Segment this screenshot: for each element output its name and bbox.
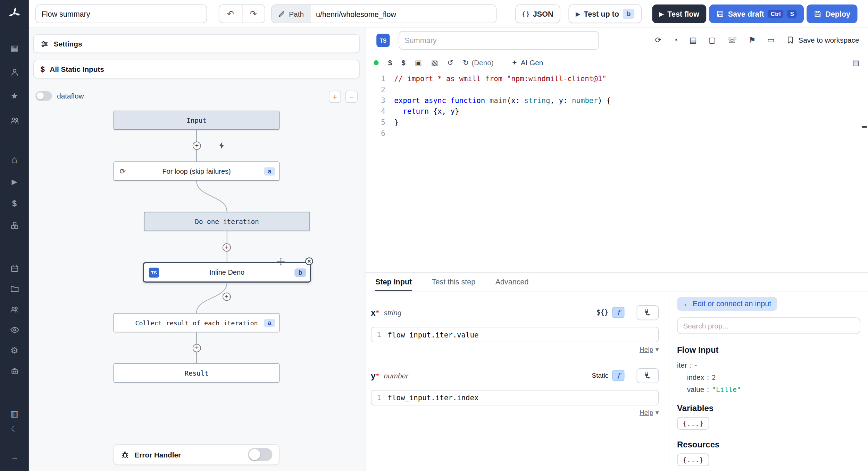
node-result[interactable]: Result: [114, 363, 279, 383]
test-flow-button[interactable]: ▶ Test flow: [652, 5, 707, 23]
field-y-mode-toggle[interactable]: Static: [592, 371, 608, 379]
mock-icon[interactable]: ▢: [708, 35, 716, 44]
node-iteration[interactable]: Do one iteration: [144, 212, 310, 231]
node-delete-button[interactable]: [304, 257, 314, 266]
sidebar-item-schedules[interactable]: [0, 260, 29, 276]
redo-button[interactable]: ↷: [242, 5, 265, 23]
test-up-to-button[interactable]: ▶ Test up to b: [568, 5, 642, 23]
suspend-icon[interactable]: ☏: [727, 35, 737, 44]
node-move-handle[interactable]: [276, 257, 286, 266]
zoom-in-button[interactable]: +: [329, 91, 341, 103]
error-handler-row[interactable]: Error Handler: [114, 444, 279, 465]
field-x-expression-input[interactable]: 1 flow_input.iter.value: [371, 327, 659, 342]
tree-row-iter[interactable]: iter : -: [677, 359, 860, 371]
node-inline-deno[interactable]: TS Inline Deno b: [143, 262, 311, 283]
sidebar-item-workers[interactable]: [0, 363, 29, 379]
add-step-button-1[interactable]: +: [193, 142, 201, 150]
step-summary-input[interactable]: [399, 31, 599, 50]
code-editor[interactable]: 1// import * as wmill from "npm:windmill…: [365, 74, 861, 272]
sidebar-item-favorites[interactable]: ★: [0, 88, 29, 105]
dataflow-toggle[interactable]: [35, 91, 52, 101]
tab-step-input[interactable]: Step Input: [375, 272, 412, 291]
code-line[interactable]: 5}: [365, 117, 861, 128]
field-x-mode-toggle[interactable]: ${}: [596, 309, 609, 316]
variables-object-chip[interactable]: {...}: [677, 417, 709, 430]
package-icon[interactable]: ▣: [415, 58, 422, 67]
save-draft-button[interactable]: Save draft Ctrl S: [709, 5, 804, 23]
search-prop-input[interactable]: [677, 317, 860, 334]
sidebar-item-apps[interactable]: ▦: [0, 40, 29, 57]
node-input[interactable]: Input: [114, 111, 279, 130]
line-number: 5: [365, 117, 385, 128]
pin-icon[interactable]: ▭: [767, 35, 775, 44]
code-line[interactable]: 2: [365, 84, 861, 95]
docs-book-button[interactable]: ▤: [852, 58, 859, 67]
field-x-connect-button[interactable]: [637, 305, 659, 320]
field-y-help-link[interactable]: Help: [640, 409, 653, 416]
sidebar-item-folders[interactable]: [0, 280, 29, 297]
trigger-bolt-button[interactable]: [218, 141, 227, 150]
retry-icon[interactable]: ⟳: [655, 35, 661, 44]
code-line[interactable]: 4 return {x, y}: [365, 106, 861, 117]
flow-settings-button[interactable]: Settings: [33, 34, 360, 53]
sidebar-item-docs[interactable]: ▥: [0, 405, 29, 422]
tree-collapse-iter[interactable]: -: [694, 361, 697, 369]
tab-advanced[interactable]: Advanced: [495, 272, 529, 291]
sidebar-item-home[interactable]: ⌂: [0, 152, 29, 168]
field-y-function-toggle[interactable]: f: [612, 370, 624, 381]
format-icon[interactable]: ▧: [431, 58, 438, 67]
zoom-out-button[interactable]: −: [345, 91, 358, 103]
ai-gen-button[interactable]: AI Gen: [511, 58, 543, 67]
resources-object-chip[interactable]: {...}: [677, 453, 709, 466]
sidebar-item-workspace-users[interactable]: [0, 112, 29, 128]
path-edit-button[interactable]: Path: [272, 5, 310, 23]
assistant-reload-button[interactable]: ↻ (Deno): [463, 58, 494, 67]
pencil-icon: [278, 10, 285, 17]
cache-icon[interactable]: ▤: [690, 35, 697, 44]
field-x-help-link[interactable]: Help: [640, 346, 653, 353]
step-tabs: Step Input Test this step Advanced: [365, 273, 868, 291]
chevron-down-icon[interactable]: ▾: [656, 346, 659, 353]
path-input[interactable]: [310, 5, 496, 23]
flow-summary-input[interactable]: [35, 5, 207, 23]
field-x-function-toggle[interactable]: f: [612, 307, 624, 318]
save-to-workspace-button[interactable]: Save to workspace: [786, 36, 859, 44]
add-step-button-3[interactable]: +: [223, 292, 231, 301]
code-line[interactable]: 6: [365, 128, 861, 139]
node-collect[interactable]: Collect result of each iteration a: [114, 313, 279, 332]
sidebar-item-audit[interactable]: [0, 321, 29, 338]
edit-or-connect-pill[interactable]: ← Edit or connect an input: [677, 297, 777, 311]
insert-variable-button[interactable]: $: [388, 58, 392, 67]
early-stop-icon[interactable]: ◔: [673, 35, 678, 44]
add-step-button-4[interactable]: +: [193, 344, 201, 352]
insert-resource-button[interactable]: $: [401, 58, 406, 67]
tree-row-index[interactable]: index : 2: [677, 371, 860, 383]
sidebar-item-theme[interactable]: ☾: [0, 420, 29, 437]
add-step-button-2[interactable]: +: [223, 243, 231, 252]
code-line[interactable]: 1// import * as wmill from "npm:windmill…: [365, 74, 861, 84]
node-forloop-label: For loop (skip failures): [162, 167, 231, 175]
deploy-button[interactable]: Deploy: [807, 5, 858, 23]
chevron-down-icon[interactable]: ▾: [656, 409, 659, 416]
editor-scrollbar[interactable]: [862, 126, 867, 128]
sidebar-item-groups[interactable]: [0, 301, 29, 317]
node-forloop[interactable]: ⟳ For loop (skip failures) a: [114, 162, 279, 181]
undo-button[interactable]: ↶: [219, 5, 242, 23]
sidebar-expand[interactable]: →: [0, 448, 29, 464]
windmill-logo[interactable]: [0, 5, 29, 22]
sidebar-item-resources[interactable]: [0, 217, 29, 233]
field-y-expression-input[interactable]: 1 flow_input.iter.index: [371, 390, 659, 405]
json-button[interactable]: { } JSON: [515, 5, 560, 23]
sidebar-item-runs[interactable]: ▶: [0, 173, 29, 190]
code-line[interactable]: 3export async function main(x: string, y…: [365, 95, 861, 106]
sidebar-item-profile[interactable]: [0, 63, 29, 80]
sidebar-item-settings[interactable]: ⚙: [0, 342, 29, 358]
error-handler-toggle[interactable]: [248, 448, 272, 461]
tree-row-value[interactable]: value : "Lille": [677, 383, 860, 395]
sidebar-item-variables[interactable]: $: [0, 195, 29, 211]
sleep-icon[interactable]: ⚑: [749, 35, 756, 44]
reset-button[interactable]: ↺: [447, 58, 453, 67]
field-y-connect-button[interactable]: [637, 368, 659, 383]
tab-test-this-step[interactable]: Test this step: [432, 272, 476, 291]
all-static-inputs-button[interactable]: $ All Static Inputs: [33, 60, 360, 78]
